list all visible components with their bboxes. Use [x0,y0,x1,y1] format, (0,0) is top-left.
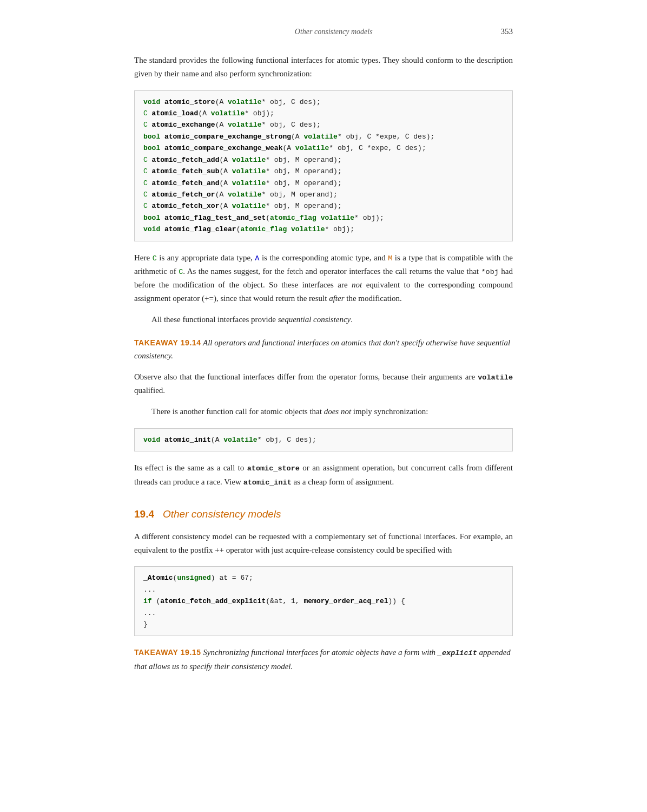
indent-paragraph: All these functional interfaces provide … [151,313,513,326]
code-line: C atomic_exchange(A volatile* obj, C des… [143,119,504,130]
code-line: C atomic_fetch_xor(A volatile* obj, M op… [143,200,504,212]
code-line: if (atomic_fetch_add_explicit(&at, 1, me… [143,595,504,607]
page-title: Other consistency models [167,28,501,36]
sequential-consistency: sequential consistency [278,315,351,324]
function-call-paragraph: There is another function call for atomi… [151,405,513,418]
atomic-init-ref: atomic_init [243,479,292,487]
star-obj: *obj [481,268,498,276]
code-block-1: void atomic_store(A volatile* obj, C des… [134,90,513,241]
c-variable-2: C [179,268,183,276]
code-block-3: _Atomic(unsigned) at = 67; ... if (atomi… [134,566,513,636]
code-line: } [143,619,504,630]
code-line: bool atomic_flag_test_and_set(atomic_fla… [143,212,504,224]
c-variable: C [153,254,157,263]
code-line: C atomic_fetch_or(A volatile* obj, M ope… [143,189,504,200]
after-text: after [329,294,344,303]
explicit-keyword: _explicit [438,649,477,657]
m-variable: M [388,254,392,263]
page-number: 353 [501,27,513,36]
takeaway-19-14: TAKEAWAY 19.14 All operators and functio… [134,336,513,363]
does-not-text: does not [324,407,351,416]
section-title: Other consistency models [163,508,281,520]
code-line: C atomic_load(A volatile* obj); [143,108,504,119]
section-paragraph: A different consistency model can be req… [134,530,513,557]
takeaway-label-2: TAKEAWAY 19.15 [134,648,201,657]
code-line: C atomic_fetch_and(A volatile* obj, M op… [143,178,504,189]
code-line: void atomic_flag_clear(atomic_flag volat… [143,224,504,235]
not-text: not [352,280,362,289]
a-variable: A [255,254,259,263]
takeaway-label-1: TAKEAWAY 19.14 [134,338,201,347]
code-line: _Atomic(unsigned) at = 67; [143,572,504,584]
section-number: 19.4 [134,508,154,520]
code-block-2: void atomic_init(A volatile* obj, C des)… [134,428,513,451]
observe-paragraph: Observe also that the functional interfa… [134,370,513,397]
atomic-store-ref: atomic_store [247,464,300,473]
volatile-keyword: volatile [478,374,513,382]
code-line: void atomic_store(A volatile* obj, C des… [143,96,504,108]
takeaway-19-15: TAKEAWAY 19.15 Synchronizing functional … [134,646,513,673]
effect-paragraph: Its effect is the same as a call to atom… [134,461,513,489]
code-block-2-line: void atomic_init(A volatile* obj, C des)… [143,434,504,446]
code-line: C atomic_fetch_add(A volatile* obj, M op… [143,154,504,166]
code-line: C atomic_fetch_sub(A volatile* obj, M op… [143,166,504,177]
code-line: ... [143,584,504,595]
code-line: ... [143,607,504,619]
code-line: bool atomic_compare_exchange_strong(A vo… [143,131,504,142]
page-header: Other consistency models 353 [134,27,513,38]
section-heading-19-4: 19.4 Other consistency models [134,508,513,520]
description-paragraph: Here C is any appropriate data type, A i… [134,251,513,305]
intro-paragraph: The standard provides the following func… [134,54,513,81]
code-line: bool atomic_compare_exchange_weak(A vola… [143,142,504,154]
